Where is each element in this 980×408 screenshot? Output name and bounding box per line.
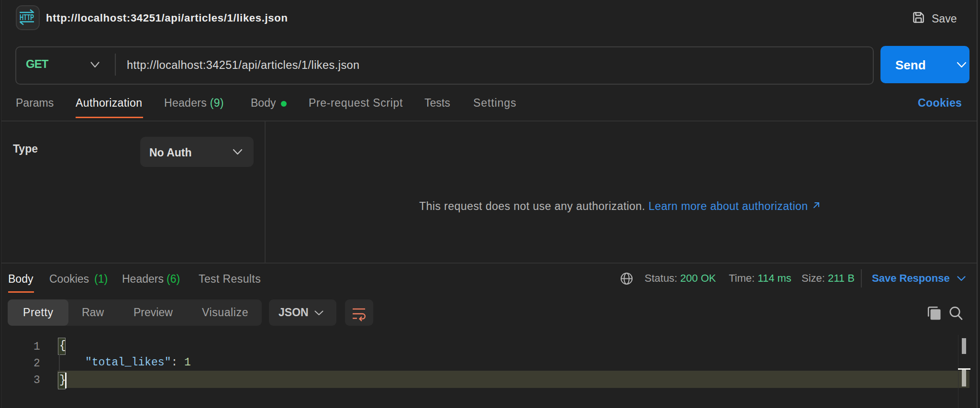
svg-text:HTTP: HTTP [20, 13, 34, 22]
